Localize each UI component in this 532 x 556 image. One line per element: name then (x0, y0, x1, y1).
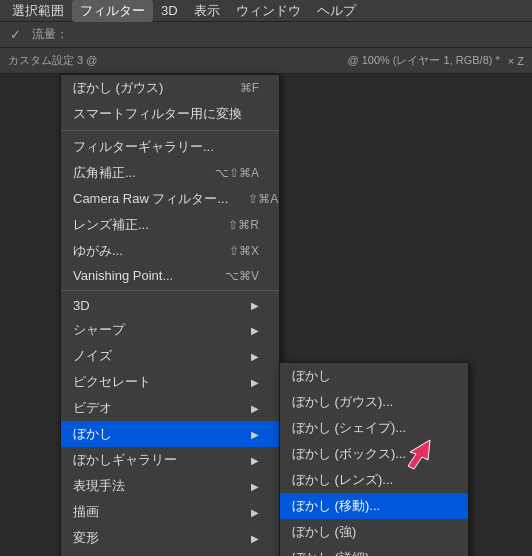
menu-item-wide-angle[interactable]: 広角補正... ⌥⇧⌘A (61, 160, 279, 186)
menu-3d[interactable]: 3D (153, 1, 186, 20)
menu-selection[interactable]: 選択範囲 (4, 0, 72, 22)
submenu-item-blur-strong[interactable]: ぼかし (強) (280, 519, 468, 545)
menu-item-camera-raw[interactable]: Camera Raw フィルター... ⇧⌘A (61, 186, 279, 212)
filter-dropdown: ぼかし (ガウス) ⌘F スマートフィルター用に変換 フィルターギャラリー...… (60, 74, 280, 556)
separator-2 (61, 290, 279, 291)
separator-1 (61, 130, 279, 131)
tab-close[interactable]: × Z (508, 55, 524, 67)
menu-item-other[interactable]: その他 ▶ (61, 551, 279, 556)
submenu-item-blur-box[interactable]: ぼかし (ボックス)... (280, 441, 468, 467)
menu-item-sharpen[interactable]: シャープ ▶ (61, 317, 279, 343)
menu-filter[interactable]: フィルター (72, 0, 153, 22)
menu-item-video[interactable]: ビデオ ▶ (61, 395, 279, 421)
menu-window[interactable]: ウィンドウ (228, 0, 309, 22)
submenu-item-blur-detail[interactable]: ぼかし (詳細)... (280, 545, 468, 556)
flow-label: 流量： (32, 26, 68, 43)
menu-item-vanishing-point[interactable]: Vanishing Point... ⌥⌘V (61, 264, 279, 287)
blur-submenu: ぼかし ぼかし (ガウス)... ぼかし (シェイプ)... ぼかし (ボックス… (279, 362, 469, 556)
submenu-item-blur-gauss[interactable]: ぼかし (ガウス)... (280, 389, 468, 415)
submenu-item-blur[interactable]: ぼかし (280, 363, 468, 389)
menu-item-blur[interactable]: ぼかし ▶ (61, 421, 279, 447)
menu-help[interactable]: ヘルプ (309, 0, 364, 22)
menu-item-render[interactable]: 描画 ▶ (61, 499, 279, 525)
menu-item-lens-correct[interactable]: レンズ補正... ⇧⌘R (61, 212, 279, 238)
menu-bar: 選択範囲 フィルター 3D 表示 ウィンドウ ヘルプ (0, 0, 532, 22)
brush-icon: ✓ (6, 26, 24, 44)
menu-item-3d[interactable]: 3D ▶ (61, 294, 279, 317)
menu-item-liquify[interactable]: ゆがみ... ⇧⌘X (61, 238, 279, 264)
options-text: カスタム設定 3 @ (8, 53, 97, 68)
menu-item-pixelate[interactable]: ピクセレート ▶ (61, 369, 279, 395)
menu-item-stylize[interactable]: 表現手法 ▶ (61, 473, 279, 499)
submenu-item-blur-lens[interactable]: ぼかし (レンズ)... (280, 467, 468, 493)
options-bar: カスタム設定 3 @ @ 100% (レイヤー 1, RGB/8) * × Z (0, 48, 532, 74)
menu-item-smart-filter[interactable]: スマートフィルター用に変換 (61, 101, 279, 127)
menu-item-noise[interactable]: ノイズ ▶ (61, 343, 279, 369)
menu-item-filter-gallery[interactable]: フィルターギャラリー... (61, 134, 279, 160)
menu-item-blur-gallery[interactable]: ぼかしギャラリー ▶ (61, 447, 279, 473)
submenu-item-blur-shape[interactable]: ぼかし (シェイプ)... (280, 415, 468, 441)
menu-item-blur-gauss-top[interactable]: ぼかし (ガウス) ⌘F (61, 75, 279, 101)
main-area: ぼかし (ガウス) ⌘F スマートフィルター用に変換 フィルターギャラリー...… (0, 74, 532, 556)
submenu-item-blur-motion[interactable]: ぼかし (移動)... (280, 493, 468, 519)
menu-view[interactable]: 表示 (186, 0, 228, 22)
toolbar: ✓ 流量： (0, 22, 532, 48)
menu-item-distort[interactable]: 変形 ▶ (61, 525, 279, 551)
tab-title: @ 100% (レイヤー 1, RGB/8) * (347, 53, 499, 68)
